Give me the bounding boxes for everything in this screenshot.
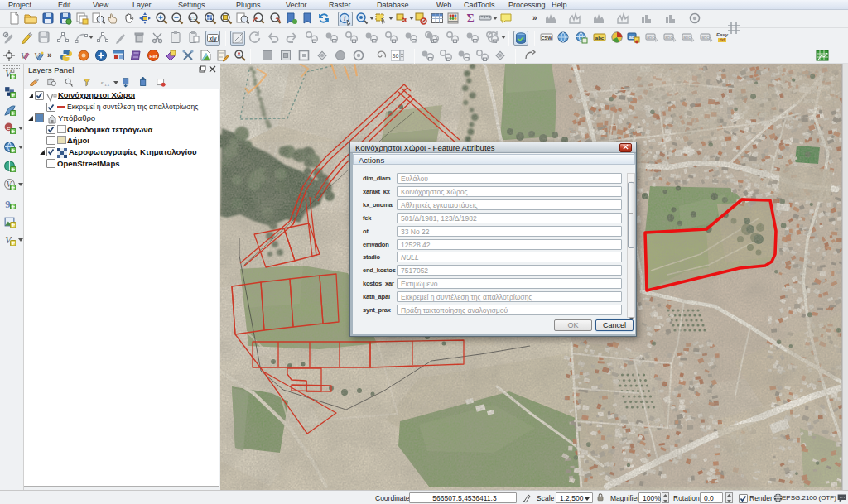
svg-text:abc: abc [701, 35, 709, 40]
svg-text:36: 36 [393, 53, 399, 59]
svg-text:abc: abc [683, 35, 691, 40]
svg-text:abc: abc [647, 35, 654, 40]
svg-text:x|y: x|y [209, 36, 216, 42]
svg-text:CSW: CSW [542, 36, 553, 41]
svg-text:abc: abc [665, 35, 672, 40]
svg-text:abc: abc [595, 36, 605, 41]
svg-text:Ref: Ref [150, 54, 157, 59]
svg-text:1.1: 1.1 [104, 83, 110, 87]
svg-text:ε: ε [101, 79, 104, 86]
svg-text:e: e [7, 124, 10, 132]
svg-text:Σ: Σ [466, 12, 474, 25]
svg-text:Easy: Easy [716, 32, 729, 37]
svg-text:dxf: dxf [720, 38, 725, 42]
svg-text:1:1: 1:1 [190, 16, 197, 21]
